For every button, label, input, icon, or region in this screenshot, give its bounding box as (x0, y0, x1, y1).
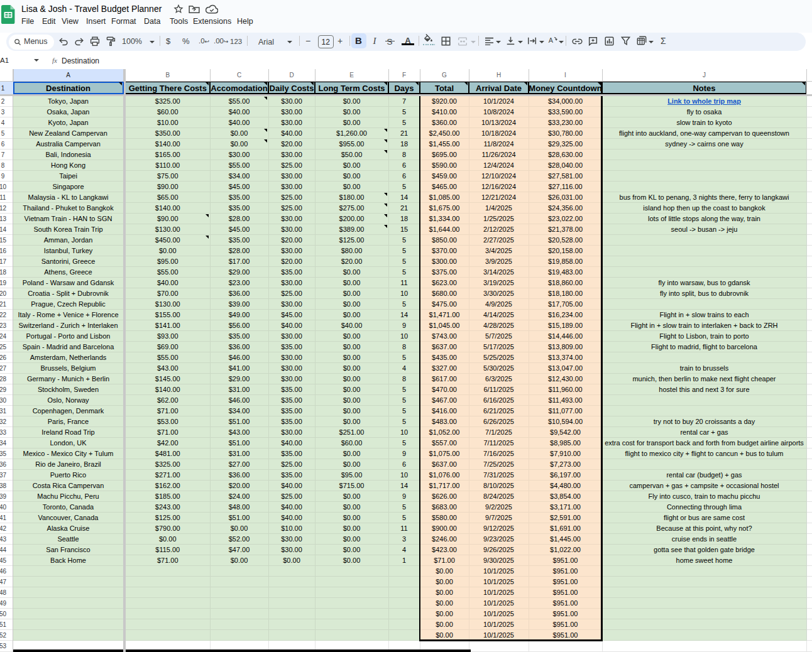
svg-text:A: A (549, 36, 554, 44)
svg-text:fx: fx (52, 57, 57, 64)
